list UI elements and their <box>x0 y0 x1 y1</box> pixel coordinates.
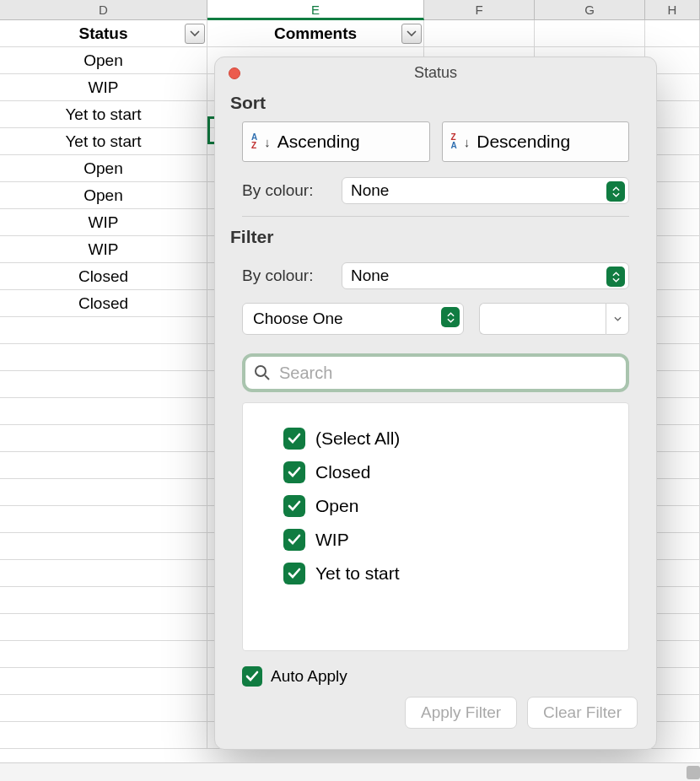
filter-by-colour-select[interactable]: None <box>342 262 629 289</box>
cell[interactable] <box>0 560 207 586</box>
popup-button-row: Apply Filter Clear Filter <box>215 697 656 729</box>
filter-dropdown-button-status[interactable] <box>185 24 205 44</box>
checklist-item-label: Open <box>315 496 358 516</box>
search-field-wrap[interactable] <box>242 353 629 392</box>
chevron-down-icon <box>407 30 417 38</box>
filter-value-input[interactable] <box>479 303 606 335</box>
header-cell-label: Comments <box>274 24 357 42</box>
apply-filter-button[interactable]: Apply Filter <box>405 697 517 729</box>
auto-apply-row: Auto Apply <box>215 651 656 697</box>
clear-filter-button[interactable]: Clear Filter <box>527 697 638 729</box>
checklist-item[interactable]: WIP <box>283 523 588 557</box>
col-header-G[interactable]: G <box>535 0 645 19</box>
search-icon <box>254 364 271 381</box>
checklist-item[interactable]: Closed <box>283 455 588 489</box>
select-value: Choose One <box>253 310 343 328</box>
checklist-item-label: WIP <box>315 530 349 550</box>
arrow-down-icon: ↓ <box>264 135 271 149</box>
checkbox[interactable] <box>283 529 305 551</box>
svg-point-0 <box>256 366 266 376</box>
col-header-D[interactable]: D <box>0 0 207 19</box>
cell[interactable] <box>0 533 207 559</box>
cell[interactable]: Yet to start <box>0 128 207 154</box>
filter-condition-row: Choose One <box>215 296 656 342</box>
checklist-item[interactable]: Yet to start <box>283 557 588 590</box>
sort-section-label: Sort <box>215 88 656 121</box>
cell[interactable] <box>0 614 207 640</box>
cell[interactable]: WIP <box>0 236 207 262</box>
cell[interactable] <box>0 506 207 532</box>
cell[interactable] <box>0 479 207 505</box>
sort-ascending-button[interactable]: AZ ↓ Ascending <box>242 121 430 162</box>
cell[interactable] <box>0 398 207 424</box>
checkbox[interactable] <box>283 495 305 517</box>
checklist-item-label: Closed <box>315 462 370 482</box>
checklist-item[interactable]: Open <box>283 489 588 523</box>
header-cell-F[interactable] <box>424 20 535 46</box>
search-input[interactable] <box>279 364 617 383</box>
cell[interactable] <box>0 452 207 478</box>
divider <box>242 216 629 217</box>
header-cell-H[interactable] <box>645 20 700 46</box>
cell[interactable]: WIP <box>0 74 207 100</box>
popup-title-text: Status <box>414 64 457 81</box>
checkbox[interactable] <box>283 461 305 483</box>
cell[interactable] <box>0 641 207 667</box>
cell[interactable] <box>0 695 207 721</box>
chevron-down-icon <box>614 316 622 321</box>
filter-value-combo[interactable] <box>479 303 629 335</box>
checklist-item[interactable]: (Select All) <box>283 422 588 455</box>
arrow-down-icon: ↓ <box>464 135 471 149</box>
header-cells-row: Status Comments <box>0 20 700 47</box>
horizontal-scrollbar[interactable] <box>0 762 700 781</box>
cell[interactable] <box>0 317 207 343</box>
filter-condition-select[interactable]: Choose One <box>242 303 464 335</box>
cell[interactable] <box>0 371 207 397</box>
cell[interactable]: Open <box>0 47 207 73</box>
filter-by-colour-label: By colour: <box>242 267 330 285</box>
svg-line-1 <box>265 375 269 380</box>
header-cell-G[interactable] <box>535 20 645 46</box>
scrollbar-thumb[interactable] <box>687 766 700 779</box>
select-value: None <box>351 181 389 200</box>
checkbox[interactable] <box>283 428 305 450</box>
cell[interactable] <box>0 587 207 613</box>
sort-buttons-row: AZ ↓ Ascending ZA ↓ Descending <box>215 121 656 170</box>
col-header-E[interactable]: E <box>207 0 424 20</box>
cell[interactable]: WIP <box>0 209 207 235</box>
cell[interactable]: Closed <box>0 290 207 316</box>
auto-apply-checkbox[interactable] <box>242 666 262 687</box>
checkbox[interactable] <box>283 563 305 584</box>
filter-dropdown-button-comments[interactable] <box>401 24 422 44</box>
col-header-H[interactable]: H <box>645 0 700 19</box>
header-cell-comments[interactable]: Comments <box>207 20 424 46</box>
az-icon: AZ <box>251 133 257 150</box>
sort-descending-label: Descending <box>477 132 570 152</box>
column-header-row: D E F G H <box>0 0 700 20</box>
stepper-icon <box>606 181 625 202</box>
cell[interactable] <box>0 668 207 694</box>
checklist-item-label: Yet to start <box>315 563 400 584</box>
sort-by-colour-select[interactable]: None <box>342 177 629 204</box>
header-cell-status[interactable]: Status <box>0 20 207 46</box>
cell[interactable]: Closed <box>0 263 207 289</box>
stepper-icon <box>441 307 460 327</box>
cell[interactable]: Open <box>0 182 207 208</box>
cell[interactable] <box>0 425 207 451</box>
cell[interactable] <box>0 344 207 370</box>
sort-by-colour-label: By colour: <box>242 181 330 200</box>
popup-titlebar: Status <box>215 57 656 88</box>
stepper-icon <box>606 267 625 287</box>
checklist-item-label: (Select All) <box>315 428 400 449</box>
auto-apply-label: Auto Apply <box>271 667 347 686</box>
sort-descending-button[interactable]: ZA ↓ Descending <box>442 121 630 162</box>
close-button[interactable] <box>229 67 240 79</box>
sort-ascending-label: Ascending <box>277 132 360 152</box>
chevron-down-icon <box>190 30 200 38</box>
col-header-F[interactable]: F <box>424 0 535 19</box>
filter-section-label: Filter <box>215 222 656 256</box>
cell[interactable]: Yet to start <box>0 101 207 127</box>
cell[interactable]: Open <box>0 155 207 181</box>
filter-value-dropdown-button[interactable] <box>606 303 629 335</box>
cell[interactable] <box>0 722 207 748</box>
